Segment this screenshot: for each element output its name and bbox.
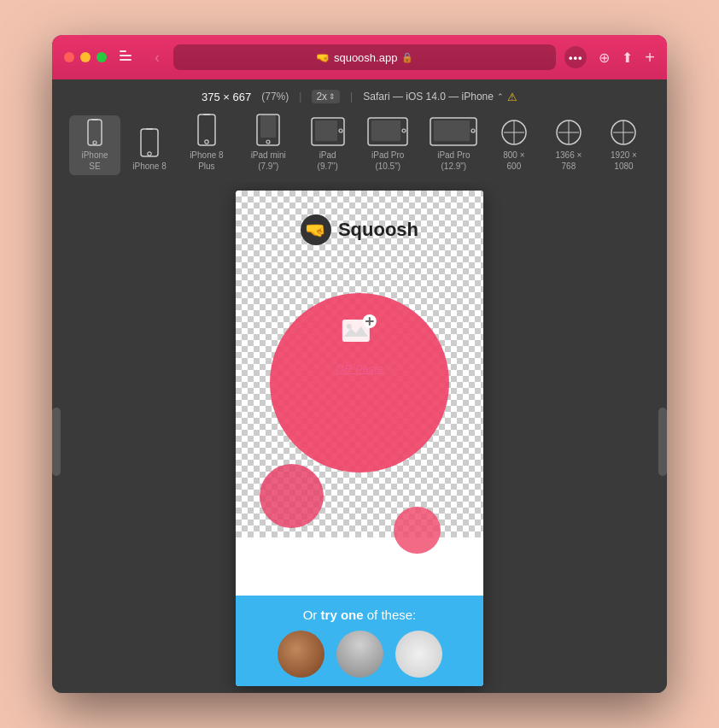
sidebar-icon — [120, 50, 137, 64]
device-iphone-se-label: iPhone SE — [76, 150, 114, 172]
traffic-lights — [64, 52, 107, 62]
squoosh-app: 🤜 Squoosh — [236, 191, 483, 686]
device-800x600[interactable]: 800 × 600 — [488, 115, 540, 175]
share-icon[interactable]: ⬆ — [622, 50, 633, 66]
separator-2: | — [350, 91, 353, 103]
iphone-preview-frame: 🤜 Squoosh — [236, 191, 483, 686]
device-1366x768[interactable]: 1366 × 768 — [543, 115, 594, 175]
device-ipad-label: iPad (9.7") — [309, 150, 347, 172]
device-iphone-8[interactable]: iPhone 8 — [124, 125, 175, 175]
svg-point-5 — [148, 152, 151, 156]
svg-point-13 — [339, 129, 342, 132]
ipad-pro-12-icon — [430, 117, 477, 146]
svg-rect-17 — [371, 120, 400, 141]
ipad-pro-10-icon — [367, 117, 408, 146]
svg-point-16 — [402, 129, 406, 132]
monitor-1920-icon — [606, 119, 640, 146]
device-ipad-pro-12[interactable]: iPad Pro (12.9") — [423, 114, 485, 175]
try-these-section: Or try one of these: — [236, 596, 483, 686]
logo-emoji: 🤜 — [305, 220, 326, 240]
device-iphone-8-plus[interactable]: iPhone 8 Plus — [178, 110, 235, 175]
back-button[interactable]: ‹ — [149, 47, 165, 68]
warning-icon: ⚠ — [507, 91, 517, 103]
device-800x600-label: 800 × 600 — [495, 150, 533, 172]
titlebar-left: ‹ — [64, 47, 165, 68]
sample-image-1[interactable] — [278, 631, 324, 678]
browser-info-text: Safari — iOS 14.0 — iPhone — [363, 91, 494, 103]
device-ipad-pro-10[interactable]: iPad Pro (10.5") — [357, 114, 419, 175]
svg-rect-4 — [146, 128, 153, 130]
main-viewport: 🤜 Squoosh — [52, 182, 667, 693]
scroll-left-handle[interactable] — [52, 408, 61, 476]
try-bold: try one — [321, 608, 364, 622]
ipad-mini-icon — [256, 114, 280, 146]
svg-rect-14 — [315, 120, 337, 141]
browser-info: Safari — iOS 14.0 — iPhone ⌃ ⚠ — [363, 91, 517, 103]
more-options-button[interactable]: ••• — [564, 46, 587, 68]
sidebar-icon-bar — [120, 50, 126, 52]
squoosh-app-name: Squoosh — [338, 219, 418, 241]
address-bar[interactable]: 🤜 squoosh.app 🔒 — [173, 44, 556, 70]
dimensions-size: 375 × 667 — [202, 91, 251, 103]
upload-icon-wrap — [341, 314, 378, 355]
download-icon[interactable]: ⊕ — [599, 50, 610, 66]
separator-1: | — [299, 91, 301, 103]
sample-image-2[interactable] — [336, 631, 383, 678]
device-ipad-mini-label: iPad mini (7.9") — [245, 150, 292, 172]
squoosh-logo: 🤜 Squoosh — [301, 214, 418, 245]
titlebar-right: ••• ⊕ ⬆ + — [564, 46, 655, 68]
url-text: squoosh.app — [334, 51, 397, 64]
maximize-button[interactable] — [96, 52, 107, 62]
device-iphone-se[interactable]: iPhone SE — [69, 115, 120, 175]
device-iphone-8-label: iPhone 8 — [132, 161, 166, 172]
sidebar-toggle-button[interactable] — [115, 48, 141, 67]
iphone-se-icon — [87, 119, 102, 146]
device-1920x1080[interactable]: 1920 × 1080 — [598, 115, 650, 175]
browser-window: ‹ 🤜 squoosh.app 🔒 ••• ⊕ ⬆ + 375 × 667 (7… — [52, 35, 667, 693]
svg-rect-11 — [260, 115, 276, 138]
upload-area[interactable]: OR Paste — [336, 314, 383, 375]
device-ipad[interactable]: iPad (9.7") — [302, 114, 354, 175]
iphone-8-icon — [140, 128, 159, 157]
scale-selector[interactable]: 2x ⇕ — [312, 90, 340, 103]
squoosh-logo-icon: 🤜 — [301, 214, 331, 245]
svg-point-2 — [93, 141, 96, 144]
monitor-800-icon — [497, 119, 531, 146]
try-images — [278, 631, 442, 678]
scale-value: 2x — [316, 91, 327, 103]
svg-rect-7 — [203, 114, 210, 115]
toolbar: 375 × 667 (77%) | 2x ⇕ | Safari — iOS 14… — [52, 79, 667, 182]
svg-rect-20 — [434, 120, 470, 141]
dimensions-bar: 375 × 667 (77%) | 2x ⇕ | Safari — iOS 14… — [202, 90, 517, 103]
scroll-right-handle[interactable] — [658, 408, 667, 476]
scale-arrow-icon: ⇕ — [329, 92, 336, 101]
svg-point-10 — [266, 140, 270, 144]
ipad-icon — [311, 117, 345, 146]
squoosh-content: 🤜 Squoosh — [236, 191, 483, 686]
titlebar: ‹ 🤜 squoosh.app 🔒 ••• ⊕ ⬆ + — [52, 35, 667, 79]
new-tab-icon[interactable]: + — [645, 48, 655, 68]
chevron-down-icon: ⌃ — [497, 92, 504, 101]
minimize-button[interactable] — [80, 52, 91, 62]
upload-icon — [341, 314, 378, 352]
svg-point-31 — [347, 324, 352, 329]
close-button[interactable] — [64, 52, 74, 62]
svg-rect-6 — [198, 114, 215, 145]
dimensions-percent: (77%) — [261, 91, 289, 103]
device-ipad-pro-10-label: iPad Pro (10.5") — [364, 150, 412, 172]
svg-point-19 — [471, 129, 475, 132]
device-1920x1080-label: 1920 × 1080 — [605, 150, 643, 172]
try-suffix: of these: — [364, 608, 417, 622]
device-picker: iPhone SE iPhone 8 — [52, 110, 667, 175]
sample-image-3[interactable] — [395, 631, 442, 678]
monitor-1366-icon — [552, 119, 586, 146]
device-iphone-8-plus-label: iPhone 8 Plus — [185, 150, 228, 172]
device-ipad-mini[interactable]: iPad mini (7.9") — [238, 110, 299, 175]
sidebar-icon-bar — [120, 55, 132, 56]
iphone-8-plus-icon — [197, 114, 216, 146]
try-prefix: Or — [303, 608, 321, 622]
sidebar-icon-bar — [120, 59, 132, 61]
or-paste-text: OR Paste — [336, 362, 383, 375]
lock-icon: 🔒 — [401, 52, 413, 63]
svg-rect-1 — [91, 119, 98, 120]
